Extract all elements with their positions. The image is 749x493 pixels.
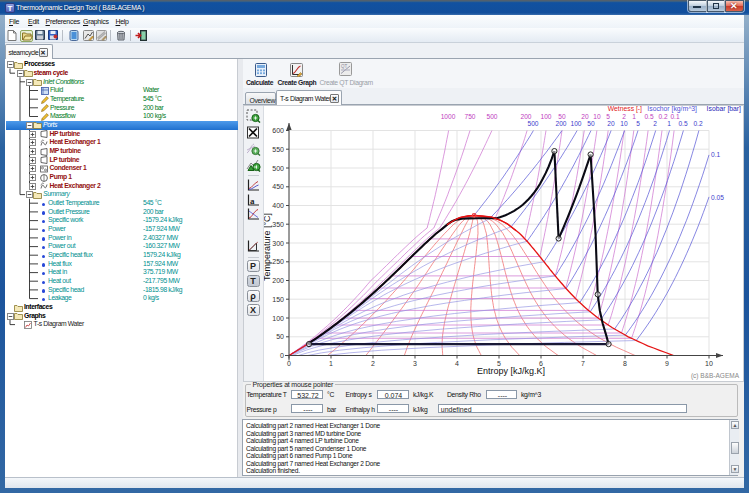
svg-text:500: 500: [527, 120, 538, 127]
svg-text:50: 50: [587, 120, 595, 127]
svg-text:0.2: 0.2: [658, 113, 667, 120]
svg-text:2: 2: [653, 120, 657, 127]
svg-text:2: 2: [622, 113, 626, 120]
svg-text:5: 5: [606, 113, 610, 120]
svg-text:400: 400: [272, 202, 284, 209]
svg-text:50: 50: [558, 113, 566, 120]
svg-text:250: 250: [272, 258, 284, 265]
svg-text:100: 100: [570, 120, 581, 127]
svg-text:7: 7: [581, 360, 585, 367]
svg-text:550: 550: [272, 146, 284, 153]
svg-text:0.1: 0.1: [670, 113, 679, 120]
svg-text:2: 2: [371, 360, 375, 367]
svg-text:500: 500: [486, 113, 497, 120]
svg-text:20: 20: [581, 113, 589, 120]
svg-text:10: 10: [705, 360, 713, 367]
svg-text:0.5: 0.5: [644, 113, 653, 120]
svg-text:9: 9: [665, 360, 669, 367]
svg-text:0: 0: [280, 352, 284, 359]
svg-text:10: 10: [593, 113, 601, 120]
svg-text:3: 3: [413, 360, 417, 367]
svg-text:5: 5: [636, 120, 640, 127]
svg-text:4: 4: [455, 360, 459, 367]
svg-text:200: 200: [520, 113, 531, 120]
svg-text:100: 100: [540, 113, 551, 120]
svg-text:1000: 1000: [441, 113, 456, 120]
svg-text:300: 300: [272, 240, 284, 247]
svg-text:100: 100: [272, 315, 284, 322]
svg-text:Isobar [bar]: Isobar [bar]: [707, 105, 741, 113]
svg-text:50: 50: [276, 333, 284, 340]
svg-text:Wetness [-]: Wetness [-]: [608, 105, 642, 113]
svg-text:Isochor [kg/m^3]: Isochor [kg/m^3]: [647, 105, 697, 113]
svg-text:Entropy [kJ/kg.K]: Entropy [kJ/kg.K]: [477, 366, 545, 376]
svg-text:QT: QT: [341, 64, 348, 69]
svg-text:450: 450: [272, 183, 284, 190]
svg-text:10: 10: [620, 120, 628, 127]
svg-text:0.2: 0.2: [693, 120, 702, 127]
svg-text:0: 0: [287, 360, 291, 367]
svg-text:0.1: 0.1: [711, 151, 720, 158]
svg-text:150: 150: [272, 296, 284, 303]
svg-text:Temperature [°C]: Temperature [°C]: [264, 213, 272, 281]
svg-text:(c) B&B-AGEMA: (c) B&B-AGEMA: [691, 372, 740, 380]
svg-text:1: 1: [632, 113, 636, 120]
svg-text:1: 1: [667, 120, 671, 127]
svg-text:1: 1: [329, 360, 333, 367]
svg-text:750: 750: [464, 113, 475, 120]
svg-text:500: 500: [272, 165, 284, 172]
svg-text:20: 20: [607, 120, 615, 127]
svg-text:0.05: 0.05: [711, 194, 724, 201]
svg-text:600: 600: [272, 127, 284, 134]
svg-text:200: 200: [555, 120, 566, 127]
svg-text:a: a: [250, 195, 255, 205]
svg-text:350: 350: [272, 221, 284, 228]
svg-text:8: 8: [623, 360, 627, 367]
svg-text:200: 200: [272, 277, 284, 284]
svg-text:0.5: 0.5: [678, 120, 687, 127]
